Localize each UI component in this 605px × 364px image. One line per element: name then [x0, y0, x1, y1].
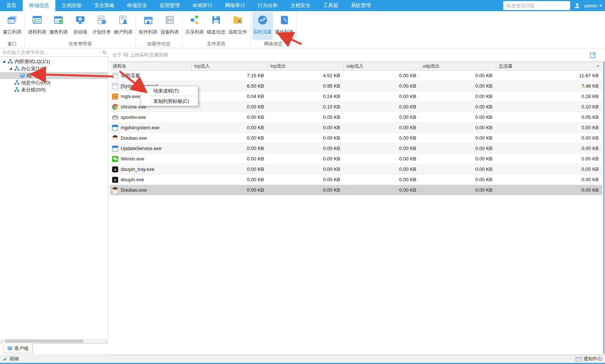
column-header-tcp-in[interactable]: tcp流入 [192, 62, 268, 70]
menu-item-doc-security[interactable]: 文档安全 [284, 0, 317, 11]
table-row[interactable]: douyin_tray.exe 0.00 KB 0.00 KB 0.00 KB … [110, 164, 602, 175]
tree-node-label: 办公室(1/1) [21, 65, 46, 72]
menu-item-terminal-security[interactable]: 终端安全 [121, 0, 153, 11]
startup-items-icon [75, 14, 86, 27]
tree-node-label: 未分组(0/0) [21, 87, 46, 93]
tab-client[interactable]: 客户端 [3, 344, 33, 353]
column-header-total[interactable]: 总流量 [496, 62, 602, 70]
menu-item-doc-encrypt[interactable]: 文档加密 [55, 0, 88, 11]
menu-item-network-audit[interactable]: 网络审计 [219, 0, 251, 11]
tree-expander-icon[interactable] [2, 60, 6, 64]
user-menu[interactable]: admin [584, 3, 602, 9]
table-row[interactable]: 全部流量 7.15 KB 4.52 KB 0.00 KB 0.00 KB 11.… [110, 71, 602, 81]
scroll-right-icon[interactable]: › [104, 339, 108, 344]
button-label: 实时流量 [253, 29, 272, 35]
org-group-icon [14, 66, 20, 71]
table-row[interactable]: Weixin.exe 0.00 KB 0.00 KB 0.00 KB 0.00 … [110, 154, 602, 164]
table-vertical-scrollbar[interactable] [603, 62, 605, 354]
realtime-traffic-button[interactable]: 实时流量 [252, 12, 273, 40]
scheduled-tasks-button[interactable]: 计划任务 [91, 12, 112, 40]
column-header-process-name[interactable]: 进程名 [110, 62, 192, 70]
process-icon [112, 116, 118, 120]
org-group-icon [14, 80, 20, 85]
ribbon-group-label: 文件系统 [184, 40, 248, 49]
notification-center-label: 通知中心 [583, 356, 602, 362]
button-label: 共享列表 [185, 29, 204, 35]
menu-item-system-management[interactable]: 系统管理 [345, 0, 377, 11]
ribbon-group-label: 窗口 [1, 40, 23, 49]
realtime-traffic-icon [257, 14, 268, 27]
tree-node-internal-test[interactable]: 内部测试LQ(1/1) [0, 58, 108, 65]
scroll-left-icon[interactable]: ‹ [0, 339, 5, 344]
tree-expander-icon[interactable] [9, 67, 13, 71]
column-header-udp-in[interactable]: udp流入 [344, 62, 420, 70]
window-list-button[interactable]: 窗口列表 [2, 12, 23, 40]
process-icon [112, 83, 118, 89]
sort-indicator-icon[interactable] [596, 65, 599, 67]
top-menu-bar: 首页 终端信息 文档加密 安全策略 终端安全 应用管理 本地审计 网络审计 行为… [0, 0, 605, 11]
menu-item-home[interactable]: 首页 [0, 0, 23, 11]
ribbon-toolbar: 窗口列表 窗口 进程列表 服务列表 [0, 11, 605, 48]
menu-item-security-policy[interactable]: 安全策略 [88, 0, 121, 11]
search-icon[interactable] [100, 48, 108, 56]
table-row[interactable]: Doubao.exe 0.00 KB 0.00 KB 0.00 KB 0.00 … [110, 133, 602, 143]
table-row[interactable]: douyin.exe 0.00 KB 0.00 KB 0.00 KB 0.00 … [110, 175, 602, 185]
tree-node-ungrouped[interactable]: 未分组(0/0) [0, 86, 108, 93]
share-list-button[interactable]: 共享列表 [184, 12, 205, 40]
device-list-button[interactable]: 设备列表 [159, 12, 180, 40]
column-header-tcp-out[interactable]: tcp流出 [268, 62, 344, 70]
export-icon[interactable] [589, 51, 597, 59]
startup-items-button[interactable]: 启动项 [70, 12, 91, 40]
column-header-label: 总流量 [499, 63, 513, 69]
ribbon-group-file-system: 共享列表 磁盘信息 远程文件 文件系统 [182, 11, 250, 48]
menu-item-local-audit[interactable]: 本地审计 [186, 0, 219, 11]
window-list-icon [7, 14, 18, 27]
button-label: 启动项 [73, 29, 87, 35]
tree-node-info-center[interactable]: 信息中心(0/0) [0, 79, 108, 86]
menu-item-app-management[interactable]: 应用管理 [153, 0, 186, 11]
table-row-selected[interactable]: Doubao.exe 0.00 KB 0.00 KB 0.00 KB 0.00 … [110, 185, 602, 195]
remote-file-button[interactable]: 远程文件 [227, 12, 248, 40]
computer-icon [7, 346, 13, 351]
table-row[interactable]: spoolsv.exe 0.00 KB 0.05 KB 0.00 KB 0.00… [110, 112, 602, 123]
process-list-button[interactable]: 进程列表 [27, 12, 48, 40]
button-label: 磁盘信息 [207, 29, 225, 35]
communication-list-button[interactable]: 通信列表 [274, 12, 295, 40]
button-label: 计划任务 [92, 29, 111, 35]
context-menu-item-end-process[interactable]: 结束进程(T) [141, 86, 198, 95]
org-group-icon [14, 87, 20, 92]
sidebar-horizontal-scrollbar[interactable]: ‹ › [0, 339, 108, 344]
device-tree-sidebar: 内部测试LQ(1/1) 办公室(1/1) 晴 信息中心(0/0) 未分组( [0, 48, 108, 355]
process-list-icon [32, 14, 43, 27]
status-ready-text: 就绪 [10, 356, 19, 362]
envelope-icon [576, 357, 582, 361]
computer-icon [19, 73, 25, 78]
software-list-button[interactable]: 软件列表 [138, 12, 159, 40]
device-list-icon [164, 14, 175, 27]
column-header-udp-out[interactable]: udp流出 [420, 62, 496, 70]
person-icon [574, 2, 580, 9]
table-row[interactable]: UpdateService.exe 0.00 KB 0.00 KB 0.00 K… [110, 143, 602, 154]
process-icon [112, 94, 118, 100]
scrollbar-thumb[interactable] [5, 339, 83, 343]
context-menu: 结束进程(T) 复制到剪贴板(C) [140, 86, 198, 106]
ribbon-group-network-status: 实时流量 通信列表 网络状态 [250, 11, 297, 48]
tree-filter-input[interactable] [0, 48, 100, 56]
quick-search-input[interactable] [503, 1, 570, 10]
service-list-button[interactable]: 服务列表 [48, 12, 69, 40]
disk-info-button[interactable]: 磁盘信息 [206, 12, 227, 40]
tree-node-qing[interactable]: 晴 [0, 72, 108, 79]
notification-center[interactable]: 通知中心 [576, 356, 602, 362]
table-row[interactable]: mgdsksystem.exe 0.00 KB 0.00 KB 0.00 KB … [110, 123, 602, 133]
tree-node-office[interactable]: 办公室(1/1) [0, 65, 108, 72]
menu-item-terminal-info[interactable]: 终端信息 [23, 0, 55, 11]
menu-item-toolbox[interactable]: 工具箱 [317, 0, 345, 11]
account-list-icon [118, 14, 129, 27]
account-list-button[interactable]: 账户列表 [113, 12, 134, 40]
tree-node-label: 信息中心(0/0) [21, 79, 51, 86]
tree-node-label: 晴 [27, 72, 32, 79]
context-menu-item-copy-to-clipboard[interactable]: 复制到剪贴板(C) [141, 97, 198, 106]
status-bar: ✔ 就绪 通知中心 [0, 355, 605, 363]
process-icon [112, 166, 118, 172]
menu-item-behavior-analysis[interactable]: 行为分析 [251, 0, 284, 11]
